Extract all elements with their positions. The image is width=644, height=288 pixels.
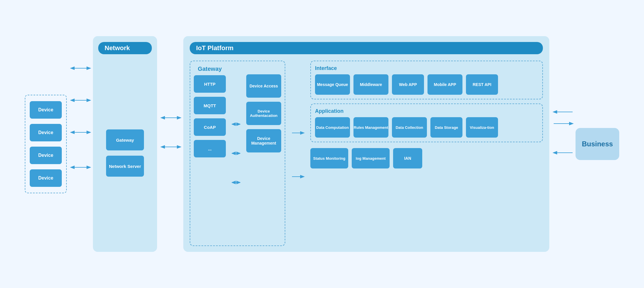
gateway-dashed-title: Gateway [194, 66, 226, 72]
network-inner: Gateway Network Server [98, 60, 152, 246]
bottom-item-0: Status Monitoring [310, 148, 348, 168]
application-box: Application Data Computation Rules Manag… [310, 103, 543, 142]
app-item-0: Data Computation [315, 117, 350, 138]
interface-item-3: Mobile APP [427, 74, 462, 95]
bottom-item-1: log Management [352, 148, 390, 168]
arrows-iot-business [552, 36, 576, 252]
interface-item-1: Middleware [353, 74, 388, 95]
app-item-4: Visualiza-tion [466, 117, 498, 138]
device-access-box: Device Access [246, 74, 281, 98]
protocol-other: ... [194, 140, 226, 157]
business-column: Business [576, 128, 619, 160]
interface-box: Interface Message Queue Middleware Web A… [310, 61, 543, 99]
bottom-row: Status Monitoring log Management IAN [310, 148, 543, 168]
application-items: Data Computation Rules Management Data C… [315, 117, 538, 138]
main-layout: Device Device Device Device [25, 22, 619, 266]
device-mgmt-box: Device Management [246, 129, 281, 152]
iot-right-panel: Interface Message Queue Middleware Web A… [310, 61, 543, 246]
interface-item-4: REST API [466, 74, 498, 95]
arrows-network-iot [160, 36, 183, 252]
protocol-http: HTTP [194, 75, 226, 93]
app-item-1: Rules Management [353, 117, 388, 138]
arrows-protocol-access [232, 95, 240, 212]
interface-title: Interface [315, 65, 538, 71]
network-title: Network [98, 42, 152, 54]
device-box-4: Device [30, 169, 62, 187]
interface-items: Message Queue Middleware Web APP Mobile … [315, 74, 538, 95]
gateway-dashed-box: Gateway HTTP MQTT CoAP ... [190, 61, 285, 246]
devices-dashed-box: Device Device Device Device [25, 95, 67, 193]
application-title: Application [315, 108, 538, 114]
protocol-col: HTTP MQTT CoAP ... [194, 75, 226, 157]
protocol-mqtt: MQTT [194, 97, 226, 114]
app-item-2: Data Collection [392, 117, 427, 138]
devices-column: Device Device Device Device [25, 95, 67, 193]
device-box-1: Device [30, 101, 62, 119]
device-access-col: Device Access Device Authentacation Devi… [246, 74, 281, 152]
business-box: Business [576, 128, 619, 160]
gateway-node: Gateway [106, 129, 144, 150]
device-box-2: Device [30, 124, 62, 141]
iot-inner: Gateway HTTP MQTT CoAP ... [190, 61, 543, 246]
iot-section: IoT Platform Gateway HTTP MQTT CoAP ... [183, 36, 549, 252]
network-server-node: Network Server [106, 156, 144, 177]
arrow-gateway-iot [291, 61, 305, 246]
protocol-coap: CoAP [194, 118, 226, 136]
diagram-root: Device Device Device Device [16, 13, 628, 275]
device-auth-box: Device Authentacation [246, 102, 281, 125]
device-box-3: Device [30, 147, 62, 164]
network-section: Network Gateway Network Server [93, 36, 157, 252]
app-item-3: Data Storage [430, 117, 462, 138]
interface-item-0: Message Queue [315, 74, 350, 95]
iot-title: IoT Platform [190, 42, 543, 54]
bottom-item-2: IAN [393, 148, 422, 168]
arrows-devices-network [70, 36, 93, 252]
interface-item-2: Web APP [392, 74, 424, 95]
